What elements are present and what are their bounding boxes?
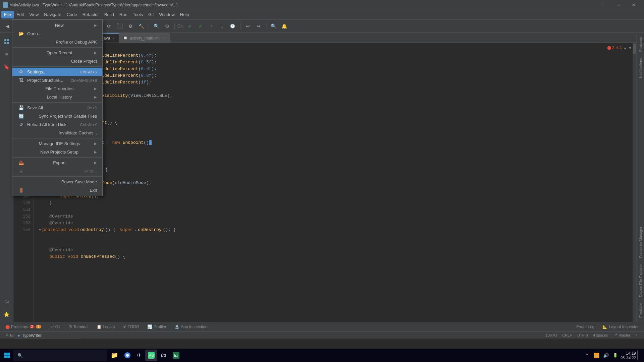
tab-git[interactable]: ⎇ Git	[45, 323, 64, 330]
menu-new-projects-setup[interactable]: New Projects Setup ▶	[12, 148, 102, 156]
error-nav-down[interactable]: ▼	[628, 46, 632, 50]
error-nav-up[interactable]: ▲	[623, 46, 627, 50]
menu-item-refactor[interactable]: Refactor	[80, 11, 102, 18]
tray-network[interactable]: 📶	[592, 351, 600, 359]
tab-activitymain-close[interactable]: ✕	[163, 36, 165, 40]
menu-open-recent[interactable]: Open Recent ▶	[12, 49, 102, 57]
maximize-button[interactable]: □	[610, 0, 626, 10]
start-button[interactable]	[1, 350, 13, 361]
taskbar-telegram-btn[interactable]: ✈	[134, 350, 145, 361]
menu-reload-disk[interactable]: ↺ Reload All from Disk Ctrl+Alt+Y	[12, 120, 102, 129]
search-everywhere-btn[interactable]: 🔍	[152, 21, 161, 31]
tab-problems[interactable]: ⬤ Problems 2 1	[1, 323, 45, 330]
menu-exit[interactable]: 🚪 Exit	[12, 186, 102, 194]
tab-event-log[interactable]: Event Log	[572, 323, 598, 330]
menu-new[interactable]: New ▶	[12, 21, 102, 29]
encoding-indicator[interactable]: UTF-8	[575, 333, 590, 337]
menu-save-all[interactable]: 💾 Save All Ctrl+S	[12, 104, 102, 112]
profile-button[interactable]: ⟳	[104, 21, 114, 31]
tab-layout-inspector[interactable]: 📐 Layout Inspector	[598, 323, 643, 330]
sidebar-resource-icon[interactable]: 🗂	[1, 296, 13, 308]
menu-item-view[interactable]: View	[26, 11, 41, 18]
minimize-button[interactable]: ─	[595, 0, 610, 10]
settings-btn[interactable]: ⚙	[162, 21, 172, 31]
toolbar-back-btn[interactable]: ◀	[3, 21, 12, 31]
taskbar-excel-btn[interactable]: Ex	[170, 350, 182, 361]
side-panel-resource-manager[interactable]: Resource Manager	[638, 224, 643, 261]
side-panel-structure[interactable]: Structure	[638, 34, 643, 55]
menu-project-structure[interactable]: 🏗 Project Structure... Ctrl+Alt+Shift+S	[12, 76, 102, 84]
code-content[interactable]: guideline1.setGuidelinePercent(0.4f); gu…	[34, 43, 637, 322]
tab-terminal[interactable]: ⊞ Terminal	[64, 323, 92, 330]
menu-item-code[interactable]: Code	[64, 11, 80, 18]
menu-item-tools[interactable]: Tools	[130, 11, 146, 18]
vcs-indicator[interactable]: ⎇ master	[610, 333, 633, 337]
lf-indicator[interactable]: ↵	[633, 333, 641, 337]
menu-manage-ide[interactable]: Manage IDE Settings ▶	[12, 139, 102, 148]
menu-item-window[interactable]: Window	[157, 11, 177, 18]
position-indicator[interactable]: 136:43	[543, 333, 560, 337]
sidebar-project-icon[interactable]	[1, 36, 13, 48]
git-update-btn[interactable]: ↓	[217, 21, 227, 31]
tab-app-inspection[interactable]: 🔬 App Inspection	[170, 323, 211, 330]
show-desktop-btn[interactable]	[637, 350, 640, 360]
tab-activitymain[interactable]: 🔲 activity_main.xml ✕	[119, 33, 169, 43]
tab-profiler[interactable]: 📊 Profiler	[143, 323, 170, 330]
stop-button[interactable]: ⬛	[115, 21, 124, 31]
menu-invalidate-caches[interactable]: Invalidate Caches...	[12, 129, 102, 137]
menu-export[interactable]: 📤 Export ▶	[12, 159, 102, 167]
menu-item-git[interactable]: Git	[146, 11, 157, 18]
sync-button[interactable]: ⚙	[126, 21, 135, 31]
menu-sync-gradle[interactable]: 🔄 Sync Project with Gradle Files	[12, 112, 102, 120]
android-studio-icon: AS	[148, 352, 155, 359]
tray-sound[interactable]: 🔊	[602, 351, 610, 359]
taskbar-android-studio-btn[interactable]: AS	[145, 350, 157, 361]
menu-close-project[interactable]: Close Project	[12, 57, 102, 65]
side-panel-emulator[interactable]: Emulator	[638, 300, 643, 320]
find-btn[interactable]: 🔍	[269, 21, 278, 31]
sidebar-bookmark-icon[interactable]: 🔖	[1, 61, 13, 73]
undo-btn[interactable]: ↩	[243, 21, 253, 31]
scrollbar[interactable]	[633, 43, 637, 322]
taskbar-files-btn[interactable]: 📁	[108, 350, 121, 361]
scrollbar-thumb[interactable]	[633, 44, 636, 54]
menu-power-save[interactable]: Power Save Mode	[12, 178, 102, 186]
taskbar-folder-btn[interactable]: 🗂	[158, 350, 169, 361]
menu-local-history[interactable]: Local History ▶	[12, 93, 102, 101]
menu-profile-apk[interactable]: Profile or Debug APK	[12, 38, 102, 46]
tab-todo[interactable]: ✔ TODO	[119, 323, 143, 330]
taskbar-chrome-btn[interactable]	[121, 350, 133, 361]
side-panel-notifications[interactable]: Notifications	[638, 55, 643, 81]
code-editor[interactable]: ⬤ 2 ⚠ 1 ▲ ▼ 138 139 140 141 142 143 144 …	[13, 43, 637, 322]
taskbar-search[interactable]: 🔍	[13, 350, 107, 361]
git-history-btn[interactable]: 🕐	[228, 21, 237, 31]
git-check2-btn[interactable]: ✓	[196, 21, 205, 31]
statusbar-right: 136:43 CRLF UTF-8 4 spaces ⎇ master ↵	[543, 333, 641, 337]
tab-mainactivity-close[interactable]: ✕	[112, 37, 115, 40]
app-inspection-icon: 🔬	[174, 324, 179, 329]
menu-item-run[interactable]: Run	[117, 11, 130, 18]
tray-expand[interactable]: ⌃	[583, 351, 591, 359]
tray-battery[interactable]: 🔋	[611, 351, 619, 359]
menu-item-build[interactable]: Build	[102, 11, 117, 18]
redo-btn[interactable]: ↪	[254, 21, 263, 31]
menu-item-help[interactable]: Help	[177, 11, 192, 18]
close-button[interactable]: ✕	[626, 0, 641, 10]
sidebar-favorites-icon[interactable]: ⭐	[1, 308, 13, 320]
menu-item-navigate[interactable]: Navigate	[41, 11, 64, 18]
taskbar-clock[interactable]: 14:19 08-Jul-22	[621, 351, 636, 360]
git-check-btn[interactable]: ✓	[185, 21, 195, 31]
build-button[interactable]: 🔨	[137, 21, 146, 31]
side-panel-device-file-explorer[interactable]: Device File Explorer	[638, 261, 643, 300]
menu-settings[interactable]: ⚙ Settings... Ctrl+Alt+S	[12, 68, 102, 76]
menu-item-edit[interactable]: Edit	[14, 11, 26, 18]
menu-file-properties[interactable]: File Properties ▶	[12, 84, 102, 93]
tab-logcat[interactable]: 📋 Logcat	[93, 323, 119, 330]
notification-btn[interactable]: 🔔	[280, 21, 289, 31]
menu-item-file[interactable]: File	[1, 11, 14, 18]
git-push-btn[interactable]: ↑	[207, 21, 216, 31]
sidebar-structure-icon[interactable]: ≡	[1, 48, 13, 60]
indent-indicator[interactable]: 4 spaces	[590, 333, 610, 337]
line-sep-indicator[interactable]: CRLF	[559, 333, 575, 337]
menu-open[interactable]: 📂 Open...	[12, 29, 102, 38]
